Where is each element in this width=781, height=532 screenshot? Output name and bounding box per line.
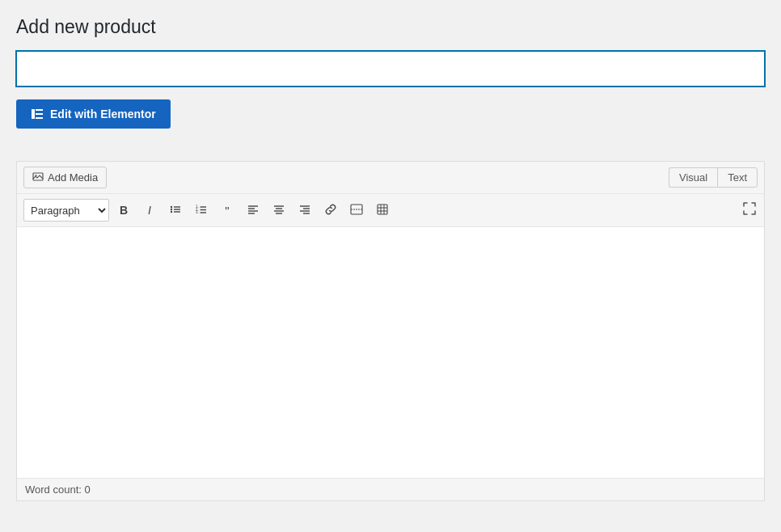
add-media-icon xyxy=(32,171,44,184)
svg-rect-3 xyxy=(36,117,43,119)
page-title: Add new product xyxy=(16,16,765,38)
add-media-label: Add Media xyxy=(48,171,98,184)
blockquote-button[interactable]: " xyxy=(216,199,239,222)
word-count-value: 0 xyxy=(84,483,90,496)
align-right-button[interactable] xyxy=(293,199,316,222)
ordered-list-button[interactable]: 1. 2. 3. xyxy=(190,199,213,222)
svg-rect-2 xyxy=(36,113,43,115)
svg-point-7 xyxy=(171,208,172,209)
page-container: Add new product Edit with Elementor xyxy=(0,0,781,517)
paragraph-select[interactable]: Paragraph Heading 1 Heading 2 Heading 3 … xyxy=(23,199,109,222)
align-center-button[interactable] xyxy=(268,199,290,222)
editor-footer: Word count: 0 xyxy=(17,478,764,500)
toolbar-row: Paragraph Heading 1 Heading 2 Heading 3 … xyxy=(17,194,764,227)
add-media-button[interactable]: Add Media xyxy=(23,167,107,188)
unordered-list-button[interactable] xyxy=(164,199,187,222)
svg-point-8 xyxy=(171,210,172,212)
fullscreen-button[interactable] xyxy=(741,201,758,220)
editor-content-area[interactable] xyxy=(17,227,764,478)
editor-top-bar: Add Media Visual Text xyxy=(17,162,764,194)
bold-button[interactable]: B xyxy=(112,199,135,222)
align-left-button[interactable] xyxy=(242,199,264,222)
svg-point-6 xyxy=(171,205,172,207)
toolbar-left: Paragraph Heading 1 Heading 2 Heading 3 … xyxy=(23,199,394,222)
link-button[interactable] xyxy=(319,199,342,222)
edit-with-elementor-button[interactable]: Edit with Elementor xyxy=(16,99,171,129)
svg-rect-0 xyxy=(32,109,35,119)
word-count-label: Word count: xyxy=(25,483,82,496)
insert-more-button[interactable] xyxy=(345,199,368,222)
tab-visual[interactable]: Visual xyxy=(669,167,717,188)
tab-text[interactable]: Text xyxy=(717,167,758,188)
editor-wrapper: Add Media Visual Text Paragraph Heading … xyxy=(16,161,765,501)
insert-table-button[interactable] xyxy=(371,199,394,222)
italic-button[interactable]: I xyxy=(138,199,161,222)
svg-rect-1 xyxy=(36,109,43,111)
product-title-input[interactable] xyxy=(16,51,765,87)
view-tabs: Visual Text xyxy=(669,167,758,188)
svg-rect-32 xyxy=(378,205,387,214)
elementor-icon xyxy=(31,108,44,120)
svg-text:3.: 3. xyxy=(196,210,199,214)
elementor-button-label: Edit with Elementor xyxy=(50,108,156,120)
